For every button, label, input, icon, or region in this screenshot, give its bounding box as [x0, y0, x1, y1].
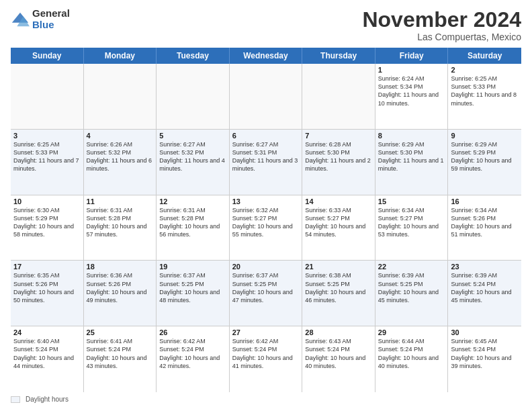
header-day-sunday: Sunday — [11, 48, 84, 64]
day-info: Sunrise: 6:41 AM Sunset: 5:24 PM Dayligh… — [87, 337, 154, 370]
day-number: 24 — [13, 328, 81, 336]
month-title: November 2024 — [362, 8, 521, 32]
table-row: 25Sunrise: 6:41 AM Sunset: 5:24 PM Dayli… — [84, 326, 157, 392]
day-number: 12 — [159, 197, 226, 205]
day-number: 11 — [87, 197, 154, 205]
day-info: Sunrise: 6:43 AM Sunset: 5:24 PM Dayligh… — [305, 337, 372, 370]
day-number: 29 — [378, 328, 445, 336]
day-number: 26 — [159, 328, 226, 336]
calendar-row-2: 3Sunrise: 6:25 AM Sunset: 5:33 PM Daylig… — [11, 130, 521, 195]
day-number: 15 — [378, 197, 445, 205]
calendar-header: SundayMondayTuesdayWednesdayThursdayFrid… — [11, 48, 521, 64]
day-number: 18 — [87, 263, 154, 271]
table-row: 19Sunrise: 6:37 AM Sunset: 5:25 PM Dayli… — [157, 261, 230, 326]
day-info: Sunrise: 6:28 AM Sunset: 5:30 PM Dayligh… — [305, 140, 372, 173]
legend-box — [11, 396, 20, 403]
day-info: Sunrise: 6:29 AM Sunset: 5:30 PM Dayligh… — [378, 140, 445, 173]
table-row: 27Sunrise: 6:42 AM Sunset: 5:24 PM Dayli… — [230, 326, 303, 392]
table-row: 21Sunrise: 6:38 AM Sunset: 5:25 PM Dayli… — [302, 261, 375, 326]
calendar-row-5: 24Sunrise: 6:40 AM Sunset: 5:24 PM Dayli… — [11, 326, 521, 392]
day-number: 3 — [13, 132, 81, 140]
header-day-wednesday: Wednesday — [230, 48, 303, 64]
table-row: 16Sunrise: 6:34 AM Sunset: 5:26 PM Dayli… — [448, 195, 521, 261]
table-row — [84, 64, 157, 129]
day-info: Sunrise: 6:29 AM Sunset: 5:29 PM Dayligh… — [451, 140, 519, 173]
day-info: Sunrise: 6:30 AM Sunset: 5:29 PM Dayligh… — [13, 206, 81, 239]
day-info: Sunrise: 6:37 AM Sunset: 5:25 PM Dayligh… — [232, 271, 300, 304]
day-info: Sunrise: 6:42 AM Sunset: 5:24 PM Dayligh… — [232, 337, 300, 370]
table-row: 11Sunrise: 6:31 AM Sunset: 5:28 PM Dayli… — [84, 195, 157, 261]
day-info: Sunrise: 6:26 AM Sunset: 5:32 PM Dayligh… — [87, 140, 154, 173]
day-number: 30 — [451, 328, 519, 336]
table-row — [157, 64, 230, 129]
table-row: 1Sunrise: 6:24 AM Sunset: 5:34 PM Daylig… — [375, 64, 449, 129]
day-info: Sunrise: 6:45 AM Sunset: 5:24 PM Dayligh… — [451, 337, 519, 370]
header-day-tuesday: Tuesday — [157, 48, 230, 64]
day-number: 1 — [378, 66, 445, 74]
table-row: 8Sunrise: 6:29 AM Sunset: 5:30 PM Daylig… — [375, 130, 449, 195]
day-number: 10 — [13, 197, 81, 205]
table-row: 3Sunrise: 6:25 AM Sunset: 5:33 PM Daylig… — [11, 130, 84, 195]
table-row: 14Sunrise: 6:33 AM Sunset: 5:27 PM Dayli… — [302, 195, 375, 261]
day-info: Sunrise: 6:42 AM Sunset: 5:24 PM Dayligh… — [159, 337, 226, 370]
day-info: Sunrise: 6:25 AM Sunset: 5:33 PM Dayligh… — [13, 140, 81, 173]
day-number: 2 — [451, 66, 519, 74]
day-info: Sunrise: 6:36 AM Sunset: 5:26 PM Dayligh… — [87, 271, 154, 304]
logo: General Blue — [11, 8, 70, 30]
table-row: 17Sunrise: 6:35 AM Sunset: 5:26 PM Dayli… — [11, 261, 84, 326]
day-info: Sunrise: 6:37 AM Sunset: 5:25 PM Dayligh… — [159, 271, 226, 304]
day-info: Sunrise: 6:31 AM Sunset: 5:28 PM Dayligh… — [159, 206, 226, 239]
table-row: 28Sunrise: 6:43 AM Sunset: 5:24 PM Dayli… — [302, 326, 375, 392]
table-row: 20Sunrise: 6:37 AM Sunset: 5:25 PM Dayli… — [230, 261, 303, 326]
title-block: November 2024 Las Compuertas, Mexico — [362, 8, 521, 42]
day-number: 28 — [305, 328, 372, 336]
table-row: 24Sunrise: 6:40 AM Sunset: 5:24 PM Dayli… — [11, 326, 84, 392]
table-row: 30Sunrise: 6:45 AM Sunset: 5:24 PM Dayli… — [448, 326, 521, 392]
day-info: Sunrise: 6:31 AM Sunset: 5:28 PM Dayligh… — [87, 206, 154, 239]
day-number: 23 — [451, 263, 519, 271]
table-row: 10Sunrise: 6:30 AM Sunset: 5:29 PM Dayli… — [11, 195, 84, 261]
header-day-friday: Friday — [375, 48, 449, 64]
day-info: Sunrise: 6:39 AM Sunset: 5:25 PM Dayligh… — [378, 271, 445, 304]
day-info: Sunrise: 6:38 AM Sunset: 5:25 PM Dayligh… — [305, 271, 372, 304]
day-info: Sunrise: 6:39 AM Sunset: 5:24 PM Dayligh… — [451, 271, 519, 304]
table-row: 4Sunrise: 6:26 AM Sunset: 5:32 PM Daylig… — [84, 130, 157, 195]
logo-blue-text: Blue — [32, 19, 70, 31]
day-info: Sunrise: 6:40 AM Sunset: 5:24 PM Dayligh… — [13, 337, 81, 370]
logo-icon — [11, 10, 30, 29]
table-row: 7Sunrise: 6:28 AM Sunset: 5:30 PM Daylig… — [302, 130, 375, 195]
day-number: 19 — [159, 263, 226, 271]
calendar-row-3: 10Sunrise: 6:30 AM Sunset: 5:29 PM Dayli… — [11, 195, 521, 261]
table-row — [302, 64, 375, 129]
day-number: 6 — [232, 132, 300, 140]
header: General Blue November 2024 Las Compuerta… — [11, 8, 521, 42]
day-number: 14 — [305, 197, 372, 205]
calendar-row-4: 17Sunrise: 6:35 AM Sunset: 5:26 PM Dayli… — [11, 261, 521, 326]
table-row — [11, 64, 84, 129]
day-number: 7 — [305, 132, 372, 140]
calendar-row-1: 1Sunrise: 6:24 AM Sunset: 5:34 PM Daylig… — [11, 64, 521, 130]
table-row: 2Sunrise: 6:25 AM Sunset: 5:33 PM Daylig… — [448, 64, 521, 129]
table-row: 22Sunrise: 6:39 AM Sunset: 5:25 PM Dayli… — [375, 261, 449, 326]
day-number: 20 — [232, 263, 300, 271]
table-row: 5Sunrise: 6:27 AM Sunset: 5:32 PM Daylig… — [157, 130, 230, 195]
day-info: Sunrise: 6:24 AM Sunset: 5:34 PM Dayligh… — [378, 75, 445, 107]
table-row: 18Sunrise: 6:36 AM Sunset: 5:26 PM Dayli… — [84, 261, 157, 326]
day-info: Sunrise: 6:34 AM Sunset: 5:27 PM Dayligh… — [378, 206, 445, 239]
header-day-saturday: Saturday — [448, 48, 521, 64]
table-row — [230, 64, 303, 129]
legend-label: Daylight hours — [26, 396, 69, 403]
day-info: Sunrise: 6:27 AM Sunset: 5:32 PM Dayligh… — [159, 140, 226, 173]
day-number: 21 — [305, 263, 372, 271]
day-number: 8 — [378, 132, 445, 140]
table-row: 26Sunrise: 6:42 AM Sunset: 5:24 PM Dayli… — [157, 326, 230, 392]
day-number: 22 — [378, 263, 445, 271]
day-number: 13 — [232, 197, 300, 205]
logo-general-text: General — [32, 8, 70, 19]
calendar-body: 1Sunrise: 6:24 AM Sunset: 5:34 PM Daylig… — [11, 64, 521, 392]
table-row: 13Sunrise: 6:32 AM Sunset: 5:27 PM Dayli… — [230, 195, 303, 261]
day-info: Sunrise: 6:25 AM Sunset: 5:33 PM Dayligh… — [451, 75, 519, 107]
header-day-thursday: Thursday — [302, 48, 375, 64]
header-day-monday: Monday — [84, 48, 157, 64]
day-info: Sunrise: 6:33 AM Sunset: 5:27 PM Dayligh… — [305, 206, 372, 239]
